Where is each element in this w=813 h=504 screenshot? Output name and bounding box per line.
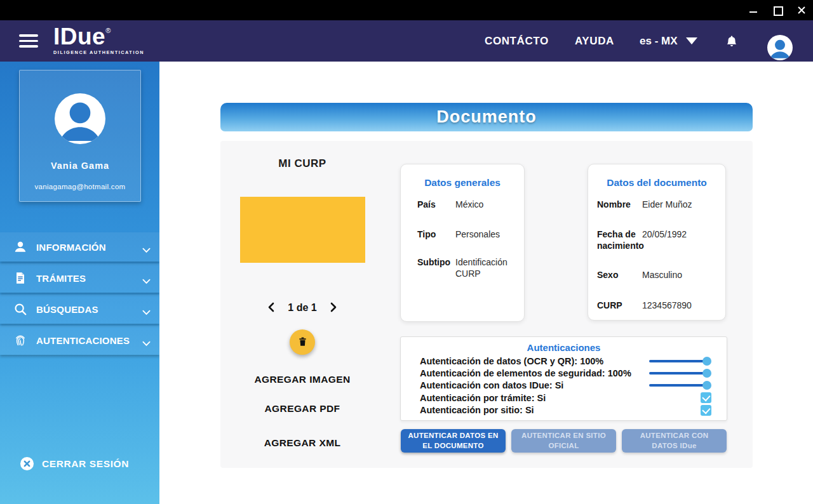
page-indicator: 1 de 1 [288, 302, 316, 314]
card-title: Datos generales [401, 177, 524, 189]
document-panel: MI CURP 1 de 1 AGREGAR IMAGEN AGREGAR PD… [220, 141, 753, 468]
data-row: Sexo Masculino [597, 270, 722, 281]
sidebar-item-busquedas[interactable]: BÚSQUEDAS [0, 295, 159, 324]
page-title-banner: Documento [220, 103, 753, 131]
profile-avatar [55, 93, 105, 144]
window-titlebar [0, 0, 813, 20]
user-icon [13, 240, 27, 254]
add-pdf-button[interactable]: AGREGAR PDF [220, 403, 384, 414]
auth-row: Autenticación de elementos de seguridad:… [401, 367, 727, 379]
add-image-button[interactable]: AGREGAR IMAGEN [220, 374, 384, 385]
chevron-down-icon [686, 37, 697, 44]
app-logo[interactable]: IDue® DILIGENCE AUTHENTICATION [53, 25, 144, 55]
logout-button[interactable]: CERRAR SESIÓN [20, 456, 129, 471]
data-row: Nombre Eider Muñoz [597, 199, 722, 211]
add-xml-button[interactable]: AGREGAR XML [220, 437, 384, 449]
data-row: Fecha de nacimiento 20/05/1992 [597, 229, 722, 251]
main-content: Documento MI CURP 1 de 1 AGREGAR IMAGEN … [159, 62, 813, 504]
search-icon [13, 302, 27, 316]
sidebar: Vania Gama vaniagamag@hotmail.com INFORM… [0, 62, 159, 504]
authenticate-official-site-button[interactable]: AUTENTICAR EN SITIO OFICIAL [511, 429, 616, 453]
prev-page-button[interactable] [267, 302, 276, 314]
menu-icon[interactable] [19, 34, 38, 48]
profile-email: vaniagamag@hotmail.com [20, 183, 140, 190]
document-name: MI CURP [220, 157, 384, 170]
profile-card: Vania Gama vaniagamag@hotmail.com [19, 70, 141, 202]
logo-subtitle: DILIGENCE AUTHENTICATION [53, 50, 144, 55]
delete-document-button[interactable] [290, 329, 315, 355]
data-row: País México [417, 199, 519, 211]
window-minimize-icon[interactable] [748, 5, 758, 15]
sidebar-item-tramites[interactable]: TRÁMITES [0, 263, 159, 293]
auth-slider[interactable] [649, 357, 711, 366]
window-maximize-icon[interactable] [772, 5, 783, 15]
sidebar-item-label: BÚSQUEDAS [36, 304, 142, 315]
sidebar-item-label: TRÁMITES [36, 273, 142, 284]
profile-name: Vania Gama [20, 161, 140, 171]
app-header: IDue® DILIGENCE AUTHENTICATION CONTÁCTO … [0, 20, 813, 62]
nav-ayuda[interactable]: AYUDA [575, 20, 614, 62]
logout-label: CERRAR SESIÓN [42, 458, 129, 470]
auth-row: Autenticación por trámite: Si [401, 392, 727, 404]
next-page-button[interactable] [329, 302, 338, 314]
auth-row: Autenticación con datos IDue: Si [401, 380, 727, 392]
language-value: es - MX [640, 35, 678, 48]
auth-checkbox[interactable] [701, 392, 711, 403]
data-row: CURP 1234567890 [597, 300, 722, 312]
data-row: Subtipo Identificación CURP [417, 257, 519, 279]
pagination: 1 de 1 [220, 301, 384, 315]
sidebar-menu: INFORMACIÓN TRÁMITES BÚSQUEDAS [0, 232, 159, 357]
sidebar-item-label: AUTENTICACIONES [36, 335, 142, 346]
authentications-card: Autenticaciones Autenticación de datos (… [400, 336, 727, 421]
auth-slider[interactable] [649, 369, 711, 378]
data-row: Tipo Personales [417, 229, 519, 241]
auth-row: Autenticación de datos (OCR y QR): 100% [401, 355, 727, 367]
trash-icon [297, 336, 308, 349]
card-title: Datos del documento [588, 177, 725, 189]
logo-title: IDue® [53, 25, 144, 48]
sidebar-item-autenticaciones[interactable]: AUTENTICACIONES [0, 326, 159, 355]
document-icon [13, 271, 27, 285]
sidebar-item-label: INFORMACIÓN [36, 242, 142, 253]
general-data-card: Datos generales País México Tipo Persona… [400, 164, 525, 322]
chevron-down-icon [142, 244, 151, 250]
card-title: Autenticaciones [401, 342, 727, 353]
nav-contacto[interactable]: CONTÁCTO [485, 20, 549, 62]
page-title: Documento [436, 107, 537, 127]
action-buttons: AUTENTICAR DATOS EN EL DOCUMENTO AUTENTI… [401, 429, 727, 453]
document-data-card: Datos del documento Nombre Eider Muñoz F… [588, 164, 726, 321]
sidebar-item-informacion[interactable]: INFORMACIÓN [0, 232, 159, 262]
authenticate-idue-data-button[interactable]: AUTENTICAR CON DATOS IDue [622, 429, 727, 453]
language-selector[interactable]: es - MX [640, 20, 697, 62]
chevron-down-icon [142, 307, 151, 312]
document-preview[interactable] [240, 197, 365, 263]
window-close-icon[interactable] [796, 5, 807, 15]
authenticate-document-button[interactable]: AUTENTICAR DATOS EN EL DOCUMENTO [401, 429, 506, 453]
auth-checkbox[interactable] [701, 405, 711, 416]
notifications-bell-icon[interactable] [725, 34, 739, 48]
auth-row: Autenticación por sitio: Si [401, 404, 727, 416]
auth-slider[interactable] [649, 381, 711, 390]
x-circle-icon [20, 456, 34, 471]
chevron-down-icon [142, 338, 151, 343]
chevron-down-icon [142, 275, 151, 281]
fingerprint-icon [13, 333, 27, 347]
user-avatar[interactable] [767, 35, 793, 60]
